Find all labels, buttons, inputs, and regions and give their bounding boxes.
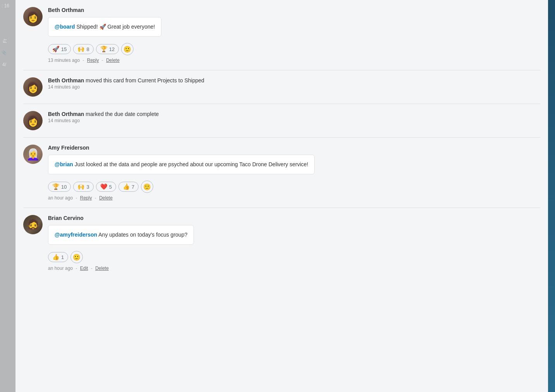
reaction-rocket-btn[interactable]: 🚀 15 <box>48 44 71 54</box>
action-links-3: an hour ago - Edit - Delete <box>48 266 540 271</box>
mention-1: @board <box>55 24 75 30</box>
trophy-count: 12 <box>109 46 115 52</box>
comment-item-3: 🧔 Brian Cervino @amyfreiderson Any updat… <box>23 208 540 278</box>
comment-text-2: Just looked at the data and people are p… <box>73 161 308 167</box>
comment-author-2: Amy Freiderson <box>48 145 540 151</box>
action-links-2: an hour ago - Reply - Delete <box>48 195 540 201</box>
comment-body-1: Beth Orthman @board Shipped! 🚀 Great job… <box>48 7 540 63</box>
trophy-emoji: 🏆 <box>100 46 108 53</box>
reaction-trophy2-btn[interactable]: 🏆 10 <box>48 182 71 192</box>
thumbsup2-emoji: 👍 <box>52 254 60 261</box>
comment-author-3: Brian Cervino <box>48 215 540 221</box>
activity-header-duedate: Beth Orthman marked the due date complet… <box>48 111 540 117</box>
mention-3: @amyfreiderson <box>55 232 97 238</box>
reaction-hands2-btn[interactable]: 🙌 3 <box>73 182 93 192</box>
add-reaction-icon-3: 🙂 <box>73 254 81 261</box>
reaction-heart-btn[interactable]: ❤️ 5 <box>96 182 116 192</box>
timestamp-3: an hour ago <box>48 266 73 271</box>
activity-body-moved: Beth Orthman moved this card from Curren… <box>48 77 540 90</box>
sep-2a: - <box>75 195 78 201</box>
sidebar-label-date: 4/ <box>2 62 6 67</box>
sep-1a: - <box>82 58 85 63</box>
trophy2-count: 10 <box>61 184 67 190</box>
add-reaction-btn-3[interactable]: 🙂 <box>70 251 83 263</box>
reactions-1: 🚀 15 🙌 8 🏆 12 🙂 <box>48 43 540 55</box>
edit-link-3[interactable]: Edit <box>80 266 88 271</box>
reply-link-2[interactable]: Reply <box>80 195 92 201</box>
rocket-emoji: 🚀 <box>52 46 60 53</box>
time-indicator: : 16 <box>2 3 9 9</box>
avatar-amy: 👩‍🦳 <box>23 145 43 164</box>
reaction-trophy-btn[interactable]: 🏆 12 <box>96 44 119 54</box>
comment-item-1: 👩 Beth Orthman @board Shipped! 🚀 Great j… <box>23 0 540 70</box>
action-links-1: 13 minutes ago - Reply - Delete <box>48 58 540 63</box>
thumbsup-count: 7 <box>132 184 134 190</box>
add-reaction-icon-1: 🙂 <box>123 46 131 53</box>
avatar-beth-3: 👩 <box>23 111 43 130</box>
delete-link-2[interactable]: Delete <box>99 195 113 201</box>
reaction-hands-btn[interactable]: 🙌 8 <box>73 44 93 54</box>
right-sidebar <box>548 0 555 392</box>
comment-bubble-2: @brian Just looked at the data and peopl… <box>48 155 315 174</box>
mention-2: @brian <box>55 161 73 167</box>
comment-body-3: Brian Cervino @amyfreiderson Any updates… <box>48 215 540 271</box>
sep-3b: - <box>91 266 94 271</box>
add-reaction-icon-2: 🙂 <box>143 183 151 191</box>
heart-emoji: ❤️ <box>100 183 108 190</box>
sep-3a: - <box>75 266 78 271</box>
activity-item-duedate: 👩 Beth Orthman marked the due date compl… <box>23 104 540 138</box>
comment-bubble-1: @board Shipped! 🚀 Great job everyone! <box>48 17 161 37</box>
comment-author-1: Beth Orthman <box>48 7 540 13</box>
comment-item-2: 👩‍🦳 Amy Freiderson @brian Just looked at… <box>23 138 540 208</box>
trophy2-emoji: 🏆 <box>52 183 60 190</box>
rocket-count: 15 <box>61 46 67 52</box>
reply-link-1[interactable]: Reply <box>87 58 99 63</box>
heart-count: 5 <box>109 184 112 190</box>
activity-text-moved: moved this card from Current Projects to… <box>86 77 204 84</box>
activity-header-moved: Beth Orthman moved this card from Curren… <box>48 77 540 84</box>
sep-1b: - <box>102 58 104 63</box>
hands-emoji: 🙌 <box>77 46 85 53</box>
hands2-count: 3 <box>86 184 89 190</box>
activity-item-moved: 👩 Beth Orthman moved this card from Curr… <box>23 70 540 104</box>
timestamp-moved: 14 minutes ago <box>48 84 540 90</box>
delete-link-1[interactable]: Delete <box>106 58 120 63</box>
sep-2b: - <box>95 195 98 201</box>
hands2-emoji: 🙌 <box>77 183 85 190</box>
add-reaction-btn-1[interactable]: 🙂 <box>121 43 134 55</box>
reactions-2: 🏆 10 🙌 3 ❤️ 5 👍 7 🙂 <box>48 181 540 193</box>
comment-bubble-3: @amyfreiderson Any updates on today's fo… <box>48 225 194 245</box>
delete-link-3[interactable]: Delete <box>95 266 109 271</box>
activity-body-duedate: Beth Orthman marked the due date complet… <box>48 111 540 123</box>
avatar-beth-1: 👩 <box>23 7 43 26</box>
activity-text-duedate: marked the due date complete <box>86 111 159 117</box>
avatar-brian: 🧔 <box>23 215 43 234</box>
activity-feed: 👩 Beth Orthman @board Shipped! 🚀 Great j… <box>15 0 548 392</box>
sidebar-icon-attachment: 📎 <box>2 50 7 55</box>
sidebar-label-fr: Fr <box>2 39 8 43</box>
comment-text-3: Any updates on today's focus group? <box>97 232 187 238</box>
left-sidebar: : 16 Fr 4/ 📎 <box>0 0 15 392</box>
add-reaction-btn-2[interactable]: 🙂 <box>141 181 153 193</box>
timestamp-1: 13 minutes ago <box>48 58 80 63</box>
thumbsup2-count: 1 <box>61 254 64 260</box>
hands-count: 8 <box>86 46 89 52</box>
timestamp-duedate: 14 minutes ago <box>48 118 540 123</box>
comment-body-2: Amy Freiderson @brian Just looked at the… <box>48 145 540 201</box>
thumbsup-emoji: 👍 <box>123 183 130 190</box>
reaction-thumbsup-btn[interactable]: 👍 7 <box>118 182 139 192</box>
reaction-thumbsup2-btn[interactable]: 👍 1 <box>48 252 68 262</box>
comment-text-1: Shipped! 🚀 Great job everyone! <box>75 24 155 30</box>
reactions-3: 👍 1 🙂 <box>48 251 540 263</box>
avatar-beth-2: 👩 <box>23 77 43 97</box>
timestamp-2: an hour ago <box>48 195 73 201</box>
